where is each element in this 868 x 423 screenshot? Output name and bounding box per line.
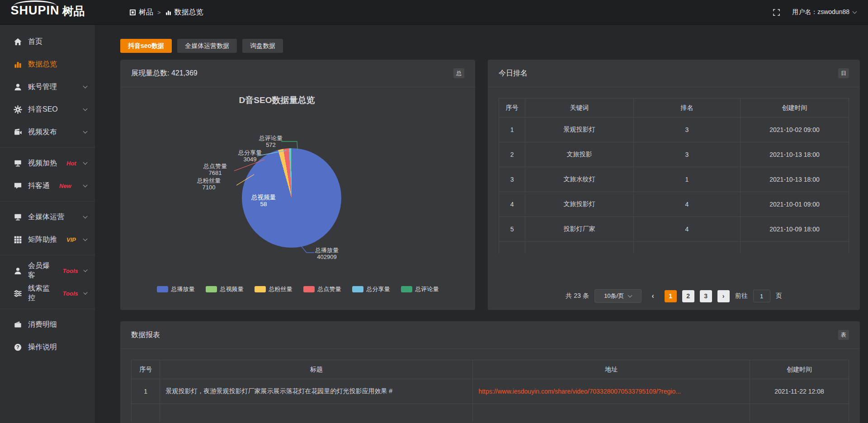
chevron-down-icon xyxy=(83,214,88,218)
legend-item-plays[interactable]: 总播放量 xyxy=(157,285,195,293)
breadcrumb-item-current[interactable]: 数据总览 xyxy=(165,8,203,17)
total-badge-button[interactable]: 总 xyxy=(453,68,464,78)
pie-label-videos: 总视频量58 xyxy=(243,194,284,207)
sidebar-item-video-publish[interactable]: 视频发布 xyxy=(0,121,95,143)
sidebar-item-label: 全媒体运营 xyxy=(28,212,64,222)
legend-item-fans[interactable]: 总粉丝量 xyxy=(255,285,292,293)
report-table: 序号 标题 地址 创建时间 1 景观投影灯，夜游景观投影灯厂家展示展示落花灯在花… xyxy=(131,360,849,422)
goto-page-input[interactable]: 1 xyxy=(753,290,770,302)
prev-page-button[interactable]: ‹ xyxy=(647,290,659,302)
table-row: 5 投影灯厂家 4 2021-10-09 18:00 xyxy=(499,217,849,242)
impressions-chart-panel: 展现量总数: 421,369 总 D音SEO数据量总览 总评论量572 总分 xyxy=(120,60,475,310)
sidebar-item-douyin-seo[interactable]: 抖音SEO xyxy=(0,98,95,121)
sidebar-item-data-overview[interactable]: 数据总览 xyxy=(0,53,95,75)
sidebar-item-clue-monitor[interactable]: 线索监控 Tools xyxy=(0,282,95,305)
goto-label: 前往 xyxy=(735,292,748,300)
cell-seq: 5 xyxy=(499,217,525,242)
pagination: 共 23 条 10条/页 ‹ 1 2 3 › 前往 1 页 xyxy=(499,289,849,303)
chevron-down-icon xyxy=(83,290,87,294)
tab-media-ops-data[interactable]: 全媒体运营数据 xyxy=(177,39,237,53)
sidebar-item-douketong[interactable]: 抖客通 New xyxy=(0,174,95,197)
page-button-2[interactable]: 2 xyxy=(682,290,694,302)
chevron-down-icon xyxy=(83,160,88,164)
sidebar-item-label: 操作说明 xyxy=(28,343,57,352)
tools-tag: Tools xyxy=(63,290,78,297)
page-button-3[interactable]: 3 xyxy=(700,290,712,302)
report-panel-title: 数据报表 xyxy=(131,330,160,340)
cell-keyword: 文旅水纹灯 xyxy=(525,167,634,192)
svg-text:?: ? xyxy=(16,344,19,350)
col-created: 创建时间 xyxy=(741,99,849,118)
cell-keyword: 景观投影灯 xyxy=(525,118,634,142)
cell-seq: 4 xyxy=(499,192,525,217)
legend-item-videos[interactable]: 总视频量 xyxy=(206,285,244,293)
legend-item-comments[interactable]: 总评论量 xyxy=(401,285,439,293)
cell-rank: 3 xyxy=(633,118,740,142)
chevron-down-icon xyxy=(83,183,88,187)
chevron-down-icon xyxy=(83,268,87,272)
app-grid-icon xyxy=(129,9,136,16)
legend-item-shares[interactable]: 总分享量 xyxy=(352,285,390,293)
table-badge-button[interactable]: 表 xyxy=(838,330,849,340)
impressions-total-label: 展现量总数: 421,369 xyxy=(131,69,198,78)
breadcrumb-item-home[interactable]: 树品 xyxy=(129,8,153,17)
sidebar-item-account[interactable]: 账号管理 xyxy=(0,75,95,98)
cell-seq: 1 xyxy=(132,379,160,404)
sidebar-item-matrix-boost[interactable]: 矩阵助推 VIP xyxy=(0,228,95,251)
cell-seq: 3 xyxy=(499,167,525,192)
cell-rank: 4 xyxy=(633,192,740,217)
grid-icon xyxy=(14,235,22,244)
sidebar-item-label: 消费明细 xyxy=(28,320,57,329)
page-button-1[interactable]: 1 xyxy=(665,290,677,302)
bar-chart-icon xyxy=(165,9,172,16)
username-label: 用户名：zswodun88 xyxy=(792,8,849,16)
home-icon xyxy=(14,38,22,46)
sidebar-item-consumption[interactable]: 消费明细 xyxy=(0,313,95,336)
table-row-partial xyxy=(132,404,849,422)
tab-douyin-seo-data[interactable]: 抖音seo数据 xyxy=(120,39,172,53)
monitor-icon xyxy=(14,213,22,221)
sidebar-divider xyxy=(0,147,95,148)
cell-created: 2021-10-13 18:00 xyxy=(741,167,849,192)
cell-created: 2021-11-22 12:08 xyxy=(750,379,849,404)
sidebar-item-label: 账号管理 xyxy=(28,82,57,92)
sidebar-divider xyxy=(0,255,95,255)
sidebar-item-home[interactable]: 首页 xyxy=(0,30,95,53)
chevron-down-icon xyxy=(83,129,88,133)
sidebar-item-member-baoke[interactable]: 会员爆客 Tools xyxy=(0,259,95,282)
sidebar-item-label: 矩阵助推 xyxy=(28,235,57,244)
legend-item-likes[interactable]: 总点赞量 xyxy=(303,285,341,293)
sidebar-item-media-ops[interactable]: 全媒体运营 xyxy=(0,206,95,228)
bar-chart-icon xyxy=(14,60,22,69)
cell-url-link[interactable]: https://www.iesdouyin.com/share/video/70… xyxy=(473,379,750,404)
sidebar-item-label: 视频加热 xyxy=(28,159,57,168)
tab-inquiry-data[interactable]: 询盘数据 xyxy=(242,39,283,53)
wallet-icon xyxy=(14,320,22,329)
ranking-panel-title: 今日排名 xyxy=(499,69,528,78)
page-size-select[interactable]: 10条/页 xyxy=(594,289,642,303)
pie-label-likes: 总点赞量7681 xyxy=(194,163,236,176)
table-row: 1 景观投影灯，夜游景观投影灯厂家展示展示落花灯在花园里的灯光投影应用效果 # … xyxy=(132,379,849,404)
goto-unit-label: 页 xyxy=(776,292,782,300)
sidebar-item-label: 首页 xyxy=(28,37,42,47)
user-icon xyxy=(14,267,22,275)
hot-tag: Hot xyxy=(66,160,76,167)
sidebar-nav: 首页 数据总览 账号管理 抖音SEO 视频发布 视频加热 Hot 抖客通 New… xyxy=(0,25,95,423)
fullscreen-icon[interactable] xyxy=(773,9,780,16)
ranking-table: 序号 关键词 排名 创建时间 1 景观投影灯 3 2021-10-02 09:0… xyxy=(499,98,849,254)
logo-text-cn: 树品 xyxy=(62,5,85,17)
breadcrumb-separator: > xyxy=(157,9,161,16)
sidebar-item-video-heat[interactable]: 视频加热 Hot xyxy=(0,152,95,174)
legend-swatch xyxy=(255,286,266,292)
legend-swatch xyxy=(157,286,168,292)
sidebar-item-help[interactable]: ? 操作说明 xyxy=(0,336,95,358)
next-page-button[interactable]: › xyxy=(717,290,730,302)
sidebar-item-label: 数据总览 xyxy=(28,60,57,69)
pie-label-fans: 总粉丝量7100 xyxy=(188,177,230,191)
chevron-down-icon xyxy=(83,236,88,241)
sidebar-item-label: 抖音SEO xyxy=(28,105,58,114)
legend-swatch xyxy=(303,286,315,292)
user-menu[interactable]: 用户名：zswodun88 xyxy=(792,8,856,16)
sidebar-divider xyxy=(0,309,95,309)
day-badge-button[interactable]: 日 xyxy=(838,68,849,78)
